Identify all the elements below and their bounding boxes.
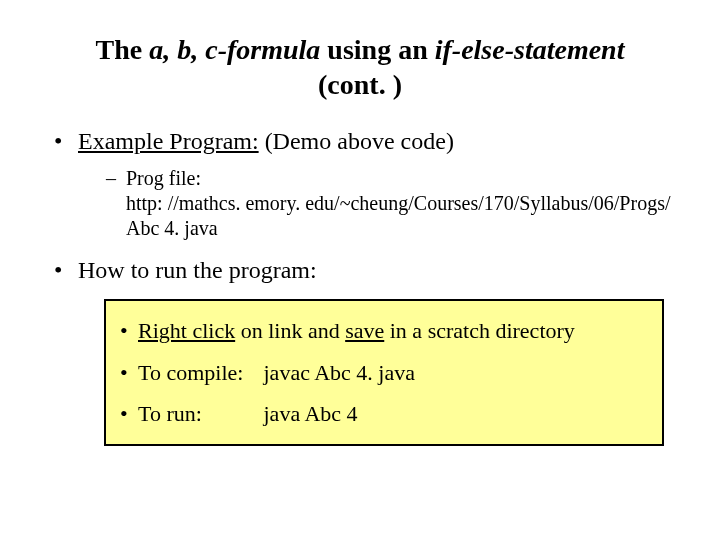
title-cont: (cont. )	[318, 69, 402, 100]
box-row-compile: To compile: javac Abc 4. java	[120, 359, 648, 387]
save-text: save	[345, 318, 384, 343]
run-command: java Abc 4	[264, 401, 358, 426]
compile-command: javac Abc 4. java	[264, 360, 416, 385]
how-to-run-text: How to run the program:	[78, 257, 317, 283]
run-label: To run:	[138, 400, 258, 428]
bullet-example-program: Example Program: (Demo above code) Prog …	[52, 126, 676, 241]
compile-label: To compile:	[138, 359, 258, 387]
example-program-rest: (Demo above code)	[259, 128, 454, 154]
prog-file-label: Prog file:	[126, 167, 201, 189]
row1-b: on link and	[235, 318, 345, 343]
box-row-save: Right click on link and save in a scratc…	[120, 317, 648, 345]
prog-file-url: http: //mathcs. emory. edu/~cheung/Cours…	[126, 192, 670, 239]
sub-bullet-list: Prog file: http: //mathcs. emory. edu/~c…	[78, 166, 676, 241]
title-mid: using an	[320, 34, 434, 65]
example-program-label: Example Program:	[78, 128, 259, 154]
right-click-text: Right click	[138, 318, 235, 343]
slide-title: The a, b, c-formula using an if-else-sta…	[44, 32, 676, 102]
title-italic-abc: a, b, c-formula	[149, 34, 320, 65]
title-prefix: The	[96, 34, 150, 65]
title-italic-ifelse: if-else-statement	[435, 34, 625, 65]
instructions-box: Right click on link and save in a scratc…	[104, 299, 664, 446]
bullet-how-to-run: How to run the program:	[52, 255, 676, 285]
box-row-run: To run: java Abc 4	[120, 400, 648, 428]
row1-d: in a scratch directory	[384, 318, 575, 343]
slide: The a, b, c-formula using an if-else-sta…	[0, 0, 720, 540]
bullet-list: Example Program: (Demo above code) Prog …	[44, 126, 676, 285]
sub-bullet-prog-file: Prog file: http: //mathcs. emory. edu/~c…	[106, 166, 676, 241]
